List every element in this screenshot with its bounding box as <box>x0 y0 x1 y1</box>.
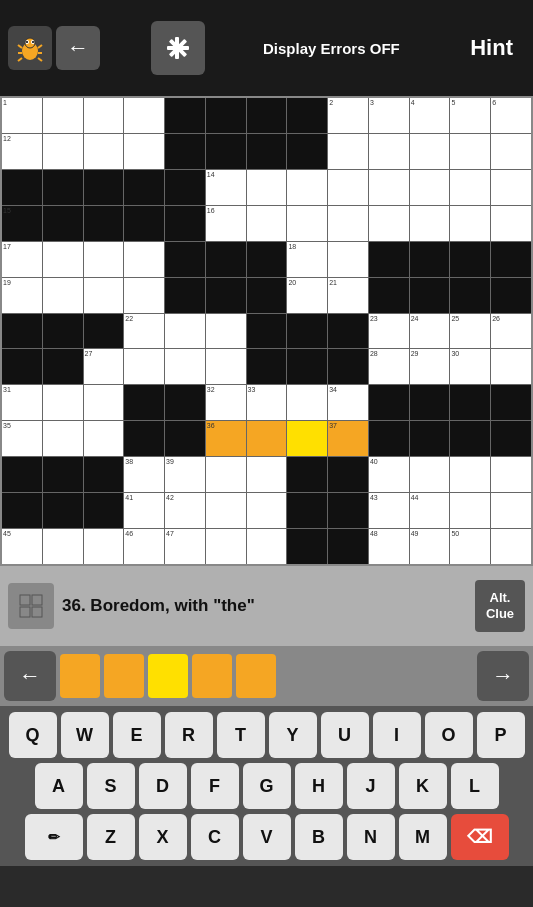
cell-0-0[interactable]: 1 <box>2 98 42 133</box>
cell-12-7[interactable] <box>287 529 327 564</box>
cell-11-2[interactable] <box>84 493 124 528</box>
cell-12-1[interactable] <box>43 529 83 564</box>
bug-icon-button[interactable] <box>8 26 52 70</box>
key-l[interactable]: L <box>451 763 499 809</box>
key-i[interactable]: I <box>373 712 421 758</box>
key-w[interactable]: W <box>61 712 109 758</box>
cell-7-4[interactable] <box>165 349 205 384</box>
cell-3-11[interactable] <box>450 206 490 241</box>
cell-11-9[interactable]: 43 <box>369 493 409 528</box>
key-e[interactable]: E <box>113 712 161 758</box>
cell-3-2[interactable] <box>84 206 124 241</box>
cell-8-12[interactable] <box>491 385 531 420</box>
cell-2-8[interactable] <box>328 170 368 205</box>
cell-3-10[interactable] <box>410 206 450 241</box>
cell-1-1[interactable] <box>43 134 83 169</box>
cell-5-10[interactable] <box>410 278 450 313</box>
cell-5-12[interactable] <box>491 278 531 313</box>
cell-1-8[interactable] <box>328 134 368 169</box>
cell-5-2[interactable] <box>84 278 124 313</box>
cell-8-9[interactable] <box>369 385 409 420</box>
prev-answer-button[interactable]: ← <box>4 651 56 701</box>
cell-0-1[interactable] <box>43 98 83 133</box>
cell-6-1[interactable] <box>43 314 83 349</box>
cell-5-7[interactable]: 20 <box>287 278 327 313</box>
cell-8-1[interactable] <box>43 385 83 420</box>
cell-10-2[interactable] <box>84 457 124 492</box>
cell-5-4[interactable] <box>165 278 205 313</box>
cell-0-4[interactable] <box>165 98 205 133</box>
cell-12-8[interactable] <box>328 529 368 564</box>
key-n[interactable]: N <box>347 814 395 860</box>
cell-8-10[interactable] <box>410 385 450 420</box>
cell-10-7[interactable] <box>287 457 327 492</box>
cell-6-9[interactable]: 23 <box>369 314 409 349</box>
cell-12-12[interactable] <box>491 529 531 564</box>
cell-11-4[interactable]: 42 <box>165 493 205 528</box>
cell-10-1[interactable] <box>43 457 83 492</box>
cell-6-6[interactable] <box>247 314 287 349</box>
cell-2-10[interactable] <box>410 170 450 205</box>
key-q[interactable]: Q <box>9 712 57 758</box>
key-s[interactable]: S <box>87 763 135 809</box>
cell-2-4[interactable] <box>165 170 205 205</box>
cell-12-11[interactable]: 50 <box>450 529 490 564</box>
cell-1-6[interactable] <box>247 134 287 169</box>
cell-9-10[interactable] <box>410 421 450 456</box>
key-r[interactable]: R <box>165 712 213 758</box>
cell-11-1[interactable] <box>43 493 83 528</box>
cell-10-6[interactable] <box>247 457 287 492</box>
key-v[interactable]: V <box>243 814 291 860</box>
key-x[interactable]: X <box>139 814 187 860</box>
key-j[interactable]: J <box>347 763 395 809</box>
cell-2-0[interactable] <box>2 170 42 205</box>
cell-9-1[interactable] <box>43 421 83 456</box>
cell-10-8[interactable] <box>328 457 368 492</box>
cell-7-12[interactable] <box>491 349 531 384</box>
cell-8-11[interactable] <box>450 385 490 420</box>
cell-5-11[interactable] <box>450 278 490 313</box>
cell-2-7[interactable] <box>287 170 327 205</box>
cell-3-6[interactable] <box>247 206 287 241</box>
cell-8-0[interactable]: 31 <box>2 385 42 420</box>
cell-11-8[interactable] <box>328 493 368 528</box>
cell-1-9[interactable] <box>369 134 409 169</box>
cell-4-12[interactable] <box>491 242 531 277</box>
cell-4-3[interactable] <box>124 242 164 277</box>
next-answer-button[interactable]: → <box>477 651 529 701</box>
cell-9-8[interactable]: 37 <box>328 421 368 456</box>
key-z[interactable]: Z <box>87 814 135 860</box>
cell-0-12[interactable]: 6 <box>491 98 531 133</box>
key-o[interactable]: O <box>425 712 473 758</box>
cell-7-8[interactable] <box>328 349 368 384</box>
cell-4-4[interactable] <box>165 242 205 277</box>
cell-6-7[interactable] <box>287 314 327 349</box>
cell-3-9[interactable] <box>369 206 409 241</box>
cell-6-0[interactable] <box>2 314 42 349</box>
cell-3-8[interactable] <box>328 206 368 241</box>
cell-11-6[interactable] <box>247 493 287 528</box>
key-p[interactable]: P <box>477 712 525 758</box>
cell-6-4[interactable] <box>165 314 205 349</box>
cell-0-2[interactable] <box>84 98 124 133</box>
cell-3-4[interactable] <box>165 206 205 241</box>
cell-7-10[interactable]: 29 <box>410 349 450 384</box>
cell-9-3[interactable] <box>124 421 164 456</box>
cell-4-0[interactable]: 17 <box>2 242 42 277</box>
cell-7-1[interactable] <box>43 349 83 384</box>
cell-5-6[interactable] <box>247 278 287 313</box>
cell-12-2[interactable] <box>84 529 124 564</box>
cell-8-7[interactable] <box>287 385 327 420</box>
cell-2-3[interactable] <box>124 170 164 205</box>
alt-clue-button[interactable]: Alt. Clue <box>475 580 525 632</box>
cell-3-5[interactable]: 16 <box>206 206 246 241</box>
cell-5-3[interactable] <box>124 278 164 313</box>
answer-cell-4[interactable] <box>236 654 276 698</box>
cell-0-3[interactable] <box>124 98 164 133</box>
cell-10-12[interactable] <box>491 457 531 492</box>
cell-12-5[interactable] <box>206 529 246 564</box>
tools-button[interactable] <box>151 21 205 75</box>
cell-7-9[interactable]: 28 <box>369 349 409 384</box>
cell-2-1[interactable] <box>43 170 83 205</box>
key-g[interactable]: G <box>243 763 291 809</box>
